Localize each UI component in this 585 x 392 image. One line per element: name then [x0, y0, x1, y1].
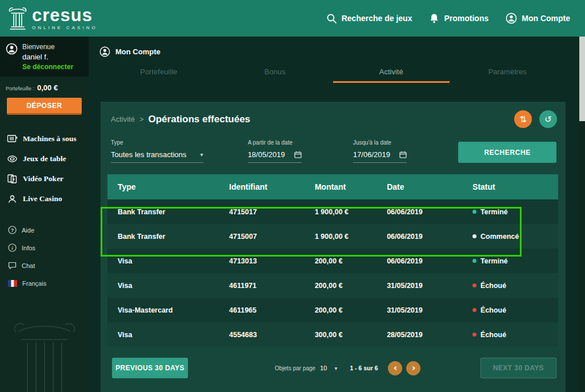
previous-page-button[interactable]: ‹ — [388, 361, 402, 375]
cell-type: Visa — [107, 257, 229, 265]
cell-identifiant: 4715007 — [229, 233, 315, 241]
sort-icon: ⇅ — [519, 114, 527, 125]
tab-bonus[interactable]: Bonus — [217, 67, 334, 83]
pagination-range: 1 - 6 sur 6 — [350, 365, 378, 371]
svg-text:i: i — [11, 245, 13, 251]
cell-montant: 1 900,00 € — [315, 233, 387, 241]
sidebar-item-infos[interactable]: i Infos — [0, 239, 89, 257]
status-dot — [472, 308, 476, 312]
sidebar: Bienvenue daniel f. Se déconnecter Porte… — [0, 37, 89, 392]
sidebar-item-video-poker[interactable]: Vidéo Poker — [0, 169, 89, 189]
tab-parametres[interactable]: Paramètres — [450, 67, 566, 83]
column-header-date: Date — [387, 182, 472, 191]
account-section-header: Mon Compte — [89, 37, 579, 57]
type-filter-value: Toutes les transactions — [111, 150, 186, 159]
history-button[interactable]: ↺ — [539, 110, 557, 128]
logo-text: cresus ONLINE CASINO — [32, 6, 98, 30]
to-date-label: Jusqu'à la date — [353, 139, 407, 146]
logo-subtitle: ONLINE CASINO — [32, 26, 98, 30]
status-label: Échoué — [480, 282, 506, 290]
cell-statut: Terminé — [472, 257, 558, 265]
cell-type: Visa-Mastercard — [107, 306, 229, 314]
chevron-left-icon: ‹ — [394, 362, 398, 373]
cresus-logo[interactable]: cresus ONLINE CASINO — [0, 6, 98, 30]
sidebar-item-live-casino[interactable]: Live Casino — [0, 189, 89, 209]
sidebar-item-label: Aide — [22, 227, 34, 234]
breadcrumb-parent[interactable]: Activité — [111, 115, 135, 123]
cell-date: 31/05/2019 — [387, 282, 472, 290]
table-row[interactable]: Bank Transfer 4715017 1 900,00 € 06/06/2… — [107, 199, 558, 224]
sort-button[interactable]: ⇅ — [514, 110, 532, 128]
account-link[interactable]: Mon Compte — [506, 13, 570, 24]
to-date-input[interactable]: 17/06/2019 — [353, 150, 407, 163]
type-filter-select[interactable]: Toutes les transactions ▾ — [111, 150, 203, 163]
next-30-days-button[interactable]: NEXT 30 DAYS — [480, 358, 556, 378]
cell-identifiant: 4611965 — [229, 306, 315, 314]
cell-montant: 200,00 € — [315, 282, 387, 290]
status-dot — [472, 210, 476, 214]
top-bar: cresus ONLINE CASINO Recherche de jeux — [0, 0, 585, 37]
table-row[interactable]: Visa 4554683 300,00 € 28/05/2019 Échoué — [107, 322, 558, 347]
deposit-button[interactable]: DÉPOSER — [7, 98, 82, 115]
logout-link[interactable]: Se déconnecter — [22, 63, 73, 71]
main-content: Mon Compte Portefeuille Bonus Activité P… — [89, 37, 579, 392]
sidebar-main-menu: Machines à sous Jeux de table — [0, 129, 89, 209]
pager-arrows: ‹ › — [388, 361, 420, 375]
sidebar-item-chat[interactable]: Chat — [0, 257, 89, 274]
bell-icon — [429, 13, 439, 24]
cell-statut: Commencé — [472, 233, 558, 241]
per-page-label: Objets par page — [275, 365, 315, 371]
table-row[interactable]: Bank Transfer 4715007 1 900,00 € 06/06/2… — [107, 224, 558, 249]
tab-activite[interactable]: Activité — [333, 67, 450, 83]
search-button[interactable]: RECHERCHE — [458, 142, 556, 163]
promotions-label: Promotions — [444, 14, 488, 23]
svg-text:?: ? — [11, 227, 14, 233]
sidebar-item-aide[interactable]: ? Aide — [0, 221, 89, 239]
cell-date: 06/06/2019 — [387, 257, 472, 265]
sidebar-item-label: Vidéo Poker — [23, 174, 63, 183]
table-row[interactable]: Visa-Mastercard 4611965 200,00 € 31/05/2… — [107, 298, 558, 322]
sidebar-item-langue[interactable]: Français — [0, 274, 89, 292]
activity-panel: Activité > Opérations effectuées ⇅ ↺ Typ… — [101, 102, 566, 392]
sidebar-item-label: Infos — [22, 245, 35, 251]
history-icon: ↺ — [544, 114, 552, 125]
breadcrumb: Activité > Opérations effectuées ⇅ ↺ — [101, 102, 566, 128]
cell-statut: Échoué — [472, 282, 558, 290]
from-date-input[interactable]: 18/05/2019 — [248, 150, 302, 163]
sidebar-item-jeux-de-table[interactable]: Jeux de table — [0, 149, 89, 169]
next-page-button[interactable]: › — [406, 361, 420, 375]
cell-statut: Échoué — [472, 331, 558, 339]
cell-montant: 200,00 € — [315, 257, 387, 265]
table-row[interactable]: Visa 4611971 200,00 € 31/05/2019 Échoué — [107, 273, 558, 298]
search-games-link[interactable]: Recherche de jeux — [326, 13, 412, 24]
scrollbar-thumb[interactable] — [579, 37, 585, 121]
welcome-text: Bienvenue — [22, 43, 73, 51]
previous-30-days-button[interactable]: PREVIOUS 30 DAYS — [112, 358, 188, 378]
cell-type: Bank Transfer — [107, 208, 229, 216]
sidebar-item-label: Jeux de table — [23, 154, 66, 163]
tab-bar: Portefeuille Bonus Activité Paramètres — [101, 67, 566, 83]
sidebar-item-label: Chat — [22, 262, 35, 269]
per-page-select[interactable]: 10 ▾ — [320, 365, 337, 371]
cell-montant: 200,00 € — [315, 306, 387, 314]
cell-identifiant: 4611971 — [229, 282, 315, 290]
user-block: Bienvenue daniel f. Se déconnecter — [0, 37, 89, 77]
from-date-filter: A partir de la date 18/05/2019 — [248, 139, 302, 163]
sidebar-item-machines-a-sous[interactable]: Machines à sous — [0, 129, 89, 149]
cell-date: 31/05/2019 — [387, 306, 472, 314]
from-date-value: 18/05/2019 — [248, 150, 285, 159]
promotions-link[interactable]: Promotions — [429, 13, 488, 24]
table-row[interactable]: Visa 4713013 200,00 € 06/06/2019 Terminé — [107, 249, 558, 273]
chevron-right-icon: › — [412, 362, 416, 373]
info-icon: i — [8, 243, 17, 252]
breadcrumb-separator: > — [139, 115, 144, 123]
sidebar-secondary-menu: ? Aide i Infos — [0, 221, 89, 292]
table-header-row: Type Identifiant Montant Date Statut — [107, 174, 558, 199]
chevron-down-icon: ▾ — [201, 151, 203, 158]
next-button-wrap: NEXT 30 DAYS — [480, 358, 556, 378]
cell-identifiant: 4554683 — [229, 331, 315, 339]
transactions-table: Type Identifiant Montant Date Statut Ban… — [107, 174, 558, 347]
cell-montant: 300,00 € — [315, 331, 387, 339]
column-header-identifiant: Identifiant — [229, 182, 315, 191]
tab-portefeuille[interactable]: Portefeuille — [101, 67, 217, 83]
